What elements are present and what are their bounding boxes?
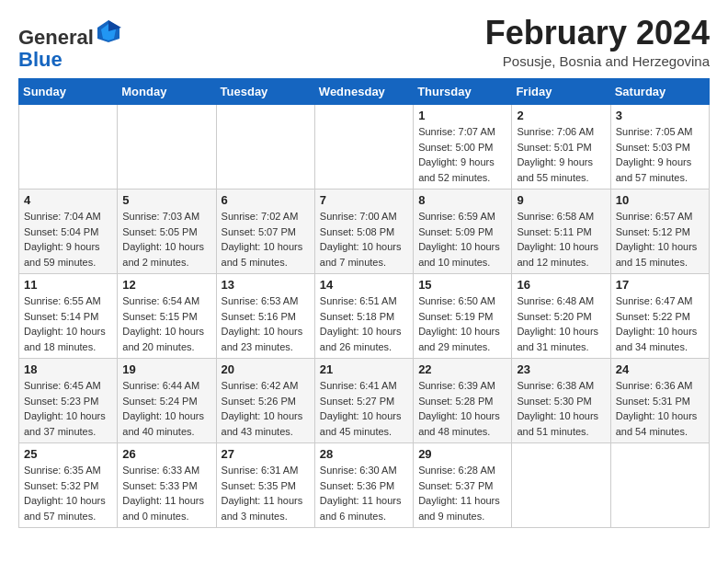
weekday-header-wednesday: Wednesday xyxy=(314,79,413,105)
logo-blue-text: Blue xyxy=(18,48,63,71)
day-info: Sunrise: 7:04 AM Sunset: 5:04 PM Dayligh… xyxy=(24,209,112,270)
day-number: 10 xyxy=(616,193,704,207)
calendar-cell: 15Sunrise: 6:50 AM Sunset: 5:19 PM Dayli… xyxy=(414,274,512,359)
day-number: 3 xyxy=(616,109,704,122)
calendar-cell: 16Sunrise: 6:48 AM Sunset: 5:20 PM Dayli… xyxy=(512,274,610,359)
day-info: Sunrise: 6:31 AM Sunset: 5:35 PM Dayligh… xyxy=(222,463,310,523)
day-info: Sunrise: 6:55 AM Sunset: 5:14 PM Dayligh… xyxy=(24,293,112,354)
calendar-cell: 21Sunrise: 6:41 AM Sunset: 5:27 PM Dayli… xyxy=(314,359,413,443)
day-info: Sunrise: 6:44 AM Sunset: 5:24 PM Dayligh… xyxy=(122,378,210,439)
weekday-header-saturday: Saturday xyxy=(610,79,709,105)
page-header: General Blue February 2024 Posusje, Bosn… xyxy=(18,15,710,71)
calendar-cell xyxy=(314,105,413,190)
calendar-cell xyxy=(512,443,610,528)
day-number: 20 xyxy=(222,362,310,376)
calendar-cell: 8Sunrise: 6:59 AM Sunset: 5:09 PM Daylig… xyxy=(414,190,512,274)
weekday-header-sunday: Sunday xyxy=(19,79,118,105)
calendar-cell: 1Sunrise: 7:07 AM Sunset: 5:00 PM Daylig… xyxy=(414,105,512,190)
day-info: Sunrise: 7:02 AM Sunset: 5:07 PM Dayligh… xyxy=(222,209,310,270)
calendar-cell: 7Sunrise: 7:00 AM Sunset: 5:08 PM Daylig… xyxy=(314,190,413,274)
title-area: February 2024 Posusje, Bosnia and Herzeg… xyxy=(485,15,710,69)
day-info: Sunrise: 6:47 AM Sunset: 5:22 PM Dayligh… xyxy=(616,293,704,354)
day-info: Sunrise: 6:58 AM Sunset: 5:11 PM Dayligh… xyxy=(517,209,605,270)
day-info: Sunrise: 6:45 AM Sunset: 5:23 PM Dayligh… xyxy=(24,378,112,439)
day-number: 13 xyxy=(222,278,310,292)
calendar-cell: 29Sunrise: 6:28 AM Sunset: 5:37 PM Dayli… xyxy=(414,443,512,528)
day-number: 8 xyxy=(418,193,506,207)
calendar-cell: 17Sunrise: 6:47 AM Sunset: 5:22 PM Dayli… xyxy=(610,274,709,359)
weekday-header-row: SundayMondayTuesdayWednesdayThursdayFrid… xyxy=(19,79,710,105)
day-info: Sunrise: 6:30 AM Sunset: 5:36 PM Dayligh… xyxy=(320,463,408,523)
day-info: Sunrise: 6:33 AM Sunset: 5:33 PM Dayligh… xyxy=(122,463,210,523)
day-info: Sunrise: 6:36 AM Sunset: 5:31 PM Dayligh… xyxy=(616,378,704,439)
calendar-cell: 20Sunrise: 6:42 AM Sunset: 5:26 PM Dayli… xyxy=(216,359,314,443)
calendar-cell: 23Sunrise: 6:38 AM Sunset: 5:30 PM Dayli… xyxy=(512,359,610,443)
day-info: Sunrise: 6:50 AM Sunset: 5:19 PM Dayligh… xyxy=(418,293,506,354)
day-info: Sunrise: 7:07 AM Sunset: 5:00 PM Dayligh… xyxy=(418,124,506,185)
calendar-cell: 13Sunrise: 6:53 AM Sunset: 5:16 PM Dayli… xyxy=(216,274,314,359)
day-info: Sunrise: 7:05 AM Sunset: 5:03 PM Dayligh… xyxy=(616,124,704,185)
calendar-cell: 9Sunrise: 6:58 AM Sunset: 5:11 PM Daylig… xyxy=(512,190,610,274)
day-number: 6 xyxy=(222,193,310,207)
location-label: Posusje, Bosnia and Herzegovina xyxy=(485,53,710,69)
weekday-header-thursday: Thursday xyxy=(414,79,512,105)
calendar-cell: 11Sunrise: 6:55 AM Sunset: 5:14 PM Dayli… xyxy=(19,274,118,359)
calendar-cell: 28Sunrise: 6:30 AM Sunset: 5:36 PM Dayli… xyxy=(314,443,413,528)
calendar-cell: 6Sunrise: 7:02 AM Sunset: 5:07 PM Daylig… xyxy=(216,190,314,274)
day-info: Sunrise: 6:41 AM Sunset: 5:27 PM Dayligh… xyxy=(320,378,408,439)
calendar-cell xyxy=(19,105,118,190)
day-info: Sunrise: 6:39 AM Sunset: 5:28 PM Dayligh… xyxy=(418,378,506,439)
day-number: 19 xyxy=(122,362,210,376)
month-title: February 2024 xyxy=(485,15,710,52)
logo-general-text: General xyxy=(18,26,94,49)
day-number: 5 xyxy=(122,193,210,207)
calendar-cell: 18Sunrise: 6:45 AM Sunset: 5:23 PM Dayli… xyxy=(19,359,118,443)
day-info: Sunrise: 7:06 AM Sunset: 5:01 PM Dayligh… xyxy=(517,124,605,185)
day-number: 4 xyxy=(24,193,112,207)
calendar-cell: 12Sunrise: 6:54 AM Sunset: 5:15 PM Dayli… xyxy=(118,274,216,359)
day-info: Sunrise: 6:35 AM Sunset: 5:32 PM Dayligh… xyxy=(24,463,112,523)
calendar-cell: 24Sunrise: 6:36 AM Sunset: 5:31 PM Dayli… xyxy=(610,359,709,443)
day-info: Sunrise: 7:00 AM Sunset: 5:08 PM Dayligh… xyxy=(320,209,408,270)
day-number: 15 xyxy=(418,278,506,292)
day-number: 1 xyxy=(418,109,506,122)
calendar-cell xyxy=(610,443,709,528)
day-info: Sunrise: 6:28 AM Sunset: 5:37 PM Dayligh… xyxy=(418,463,506,523)
day-number: 22 xyxy=(418,362,506,376)
day-number: 14 xyxy=(320,278,408,292)
day-number: 17 xyxy=(616,278,704,292)
calendar-row-0: 1Sunrise: 7:07 AM Sunset: 5:00 PM Daylig… xyxy=(19,105,710,190)
day-info: Sunrise: 6:51 AM Sunset: 5:18 PM Dayligh… xyxy=(320,293,408,354)
calendar-cell: 22Sunrise: 6:39 AM Sunset: 5:28 PM Dayli… xyxy=(414,359,512,443)
weekday-header-tuesday: Tuesday xyxy=(216,79,314,105)
calendar-cell xyxy=(118,105,216,190)
calendar-row-2: 11Sunrise: 6:55 AM Sunset: 5:14 PM Dayli… xyxy=(19,274,710,359)
day-info: Sunrise: 6:54 AM Sunset: 5:15 PM Dayligh… xyxy=(122,293,210,354)
calendar-cell: 14Sunrise: 6:51 AM Sunset: 5:18 PM Dayli… xyxy=(314,274,413,359)
calendar-table: SundayMondayTuesdayWednesdayThursdayFrid… xyxy=(18,78,710,528)
calendar-cell: 19Sunrise: 6:44 AM Sunset: 5:24 PM Dayli… xyxy=(118,359,216,443)
day-number: 7 xyxy=(320,193,408,207)
calendar-cell: 26Sunrise: 6:33 AM Sunset: 5:33 PM Dayli… xyxy=(118,443,216,528)
day-info: Sunrise: 6:53 AM Sunset: 5:16 PM Dayligh… xyxy=(222,293,310,354)
day-info: Sunrise: 7:03 AM Sunset: 5:05 PM Dayligh… xyxy=(122,209,210,270)
calendar-cell: 4Sunrise: 7:04 AM Sunset: 5:04 PM Daylig… xyxy=(19,190,118,274)
calendar-cell: 25Sunrise: 6:35 AM Sunset: 5:32 PM Dayli… xyxy=(19,443,118,528)
day-number: 2 xyxy=(517,109,605,122)
calendar-cell: 5Sunrise: 7:03 AM Sunset: 5:05 PM Daylig… xyxy=(118,190,216,274)
day-number: 27 xyxy=(222,447,310,461)
day-info: Sunrise: 6:48 AM Sunset: 5:20 PM Dayligh… xyxy=(517,293,605,354)
day-number: 29 xyxy=(418,447,506,461)
weekday-header-friday: Friday xyxy=(512,79,610,105)
calendar-row-4: 25Sunrise: 6:35 AM Sunset: 5:32 PM Dayli… xyxy=(19,443,710,528)
weekday-header-monday: Monday xyxy=(118,79,216,105)
calendar-row-3: 18Sunrise: 6:45 AM Sunset: 5:23 PM Dayli… xyxy=(19,359,710,443)
day-number: 28 xyxy=(320,447,408,461)
day-info: Sunrise: 6:42 AM Sunset: 5:26 PM Dayligh… xyxy=(222,378,310,439)
day-number: 16 xyxy=(517,278,605,292)
day-number: 26 xyxy=(122,447,210,461)
calendar-cell: 27Sunrise: 6:31 AM Sunset: 5:35 PM Dayli… xyxy=(216,443,314,528)
day-number: 9 xyxy=(517,193,605,207)
day-info: Sunrise: 6:57 AM Sunset: 5:12 PM Dayligh… xyxy=(616,209,704,270)
calendar-cell: 10Sunrise: 6:57 AM Sunset: 5:12 PM Dayli… xyxy=(610,190,709,274)
